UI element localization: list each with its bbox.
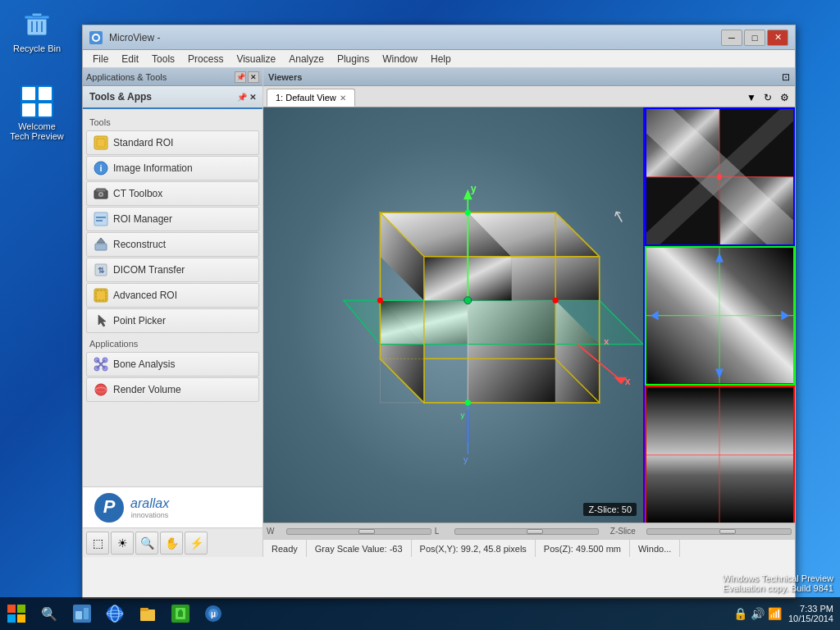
ct-toolbox-icon xyxy=(94,186,108,201)
tool-dicom-transfer[interactable]: ⇅ DICOM Transfer xyxy=(86,258,259,282)
toolbar-brightness-button[interactable]: ☀ xyxy=(111,532,134,555)
taskbar-security-icon[interactable] xyxy=(164,597,197,630)
tray-icon-1[interactable]: 🔒 xyxy=(733,607,747,620)
menu-help[interactable]: Help xyxy=(424,52,458,66)
tools-apps-tab[interactable]: Tools & Apps 📌 ✕ xyxy=(83,86,262,109)
tool-roi-manager[interactable]: ROI Manager xyxy=(86,207,259,231)
tool-point-picker[interactable]: Point Picker xyxy=(86,308,259,333)
dicom-transfer-icon: ⇅ xyxy=(94,262,108,277)
menu-process[interactable]: Process xyxy=(181,52,230,66)
zslice-scroll-track[interactable] xyxy=(646,528,792,535)
panel-pin-button[interactable]: 📌 xyxy=(235,71,246,83)
menu-edit[interactable]: Edit xyxy=(115,52,145,66)
svg-point-93 xyxy=(717,174,722,180)
image-information-icon: i xyxy=(94,161,108,176)
taskbar-files-icon[interactable] xyxy=(131,597,164,630)
svg-text:P: P xyxy=(103,496,116,517)
tab-label: 1: Default View xyxy=(276,93,336,103)
svg-point-83 xyxy=(465,210,471,216)
tool-bone-analysis[interactable]: Bone Analysis xyxy=(86,352,259,377)
close-button[interactable]: ✕ xyxy=(767,30,788,46)
menu-file[interactable]: File xyxy=(86,52,115,66)
l-scroll-track[interactable] xyxy=(454,528,600,535)
taskbar-tray: 🔒 🔊 📶 7:33 PM 10/15/2014 xyxy=(727,604,840,623)
tool-standard-roi[interactable]: Standard ROI xyxy=(86,130,259,155)
svg-marker-25 xyxy=(97,238,105,243)
viewer-scrollbar: W L Z-Slice xyxy=(263,523,795,539)
menu-window[interactable]: Window xyxy=(376,52,424,66)
recycle-bin-icon[interactable]: Recycle Bin xyxy=(4,4,70,57)
taskbar-ie-icon[interactable] xyxy=(98,597,131,630)
taskbar-explorer-icon[interactable] xyxy=(66,597,98,630)
tray-icon-2[interactable]: 🔊 xyxy=(751,607,765,620)
start-button[interactable] xyxy=(0,597,33,630)
svg-rect-106 xyxy=(7,605,16,613)
viewers-label: Viewers xyxy=(268,72,302,82)
menu-bar: File Edit Tools Process Visualize Analyz… xyxy=(83,50,795,68)
viewer-area: x y y xyxy=(263,107,795,523)
app-icon xyxy=(89,31,103,44)
search-button[interactable]: 🔍 xyxy=(33,597,66,630)
menu-visualize[interactable]: Visualize xyxy=(230,52,282,66)
viewer-settings-button[interactable]: ⚙ xyxy=(777,90,792,105)
windows-logo xyxy=(7,604,26,623)
menu-analyze[interactable]: Analyze xyxy=(282,52,331,66)
svg-rect-2 xyxy=(32,13,42,16)
viewer-tabs: 1: Default View ✕ ▼ ↻ ⚙ xyxy=(263,86,795,107)
svg-point-84 xyxy=(465,399,471,405)
tab-close-button[interactable]: ✕ xyxy=(340,94,346,103)
render-volume-label: Render Volume xyxy=(113,384,181,395)
svg-rect-109 xyxy=(17,614,25,623)
welcome-image xyxy=(21,85,53,118)
tool-render-volume[interactable]: Render Volume xyxy=(86,377,259,402)
viewer-dropdown-button[interactable]: ▼ xyxy=(744,90,759,105)
menu-plugins[interactable]: Plugins xyxy=(331,52,376,66)
toolbar-zoom-button[interactable]: 🔍 xyxy=(135,532,158,555)
svg-rect-13 xyxy=(94,136,107,149)
taskbar: 🔍 xyxy=(0,597,840,630)
taskbar-microview-icon[interactable]: μ xyxy=(197,597,230,630)
minimize-button[interactable]: ─ xyxy=(721,30,742,46)
eval-line2: Evaluation copy. Build 9841 xyxy=(722,583,833,593)
reconstruct-icon xyxy=(94,237,108,252)
tool-advanced-roi[interactable]: Advanced ROI xyxy=(86,283,259,308)
zslice-scroll-thumb[interactable] xyxy=(719,529,736,534)
default-view-tab[interactable]: 1: Default View ✕ xyxy=(267,89,355,107)
w-scroll-thumb[interactable] xyxy=(358,529,375,534)
l-scroll-thumb[interactable] xyxy=(527,529,543,534)
tool-ct-toolbox[interactable]: CT Toolbox xyxy=(86,181,259,206)
logo-name: arallax xyxy=(130,496,169,510)
panel-close-button[interactable]: ✕ xyxy=(248,71,259,83)
toolbar-pan-button[interactable]: ✋ xyxy=(160,532,183,555)
bone-analysis-label: Bone Analysis xyxy=(113,358,175,370)
svg-text:μ: μ xyxy=(211,609,216,619)
menu-tools[interactable]: Tools xyxy=(145,52,181,66)
logo-sub: innovations xyxy=(130,511,169,519)
w-scroll-track[interactable] xyxy=(286,528,431,535)
tray-icon-3[interactable]: 📶 xyxy=(768,607,782,620)
taskbar-time: 7:33 PM 10/15/2014 xyxy=(788,604,833,623)
tab-pin-button[interactable]: 📌 ✕ xyxy=(237,93,256,102)
main-3d-view[interactable]: x y y xyxy=(263,107,643,523)
w-label: W xyxy=(267,527,283,536)
time-display: 7:33 PM xyxy=(788,604,833,614)
tool-image-information[interactable]: i Image Information xyxy=(86,156,259,180)
svg-text:i: i xyxy=(99,163,102,173)
svg-point-77 xyxy=(464,297,472,304)
svg-point-82 xyxy=(553,298,559,304)
svg-rect-8 xyxy=(39,87,52,100)
viewers-expand-button[interactable]: ⊡ xyxy=(782,71,790,83)
viewer-refresh-button[interactable]: ↻ xyxy=(760,90,775,105)
status-pos-xy: Pos(X,Y): 99.2, 45.8 pixels xyxy=(412,540,536,557)
thumbnail-top[interactable] xyxy=(645,107,795,246)
svg-rect-10 xyxy=(39,103,52,116)
svg-point-81 xyxy=(377,298,383,304)
maximize-button[interactable]: □ xyxy=(744,30,765,46)
panel-titlebar: Applications & Tools 📌 ✕ xyxy=(83,68,262,86)
toolbar-measure-button[interactable]: ⚡ xyxy=(185,532,208,555)
toolbar-select-button[interactable]: ⬚ xyxy=(86,532,109,555)
tool-reconstruct[interactable]: Reconstruct xyxy=(86,232,259,257)
welcome-tech-preview-icon[interactable]: WelcomeTech Preview xyxy=(4,82,70,144)
thumbnail-middle[interactable] xyxy=(645,246,795,385)
thumbnail-bottom[interactable] xyxy=(645,386,795,523)
